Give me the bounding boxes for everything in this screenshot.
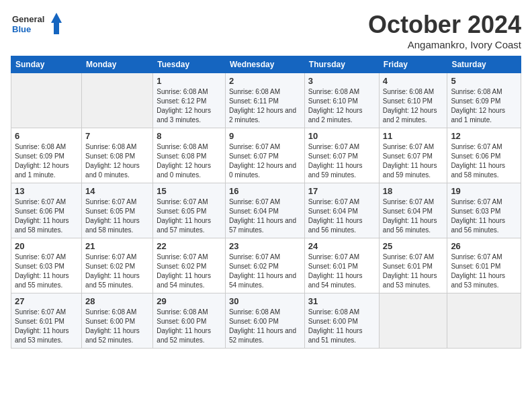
day-cell: 14Sunrise: 6:07 AM Sunset: 6:05 PM Dayli… [82,183,153,238]
day-info: Sunrise: 6:08 AM Sunset: 6:00 PM Dayligh… [229,308,301,345]
day-cell: 7Sunrise: 6:08 AM Sunset: 6:08 PM Daylig… [82,128,153,183]
day-number: 16 [229,186,301,196]
title-block: October 2024 Angamankro, Ivory Coast [368,11,521,50]
day-info: Sunrise: 6:07 AM Sunset: 6:06 PM Dayligh… [451,142,517,180]
day-cell: 28Sunrise: 6:08 AM Sunset: 6:00 PM Dayli… [82,293,153,349]
day-cell: 18Sunrise: 6:07 AM Sunset: 6:04 PM Dayli… [379,183,447,238]
day-cell: 3Sunrise: 6:08 AM Sunset: 6:10 PM Daylig… [304,73,379,128]
day-cell: 26Sunrise: 6:07 AM Sunset: 6:01 PM Dayli… [447,238,521,293]
day-cell: 16Sunrise: 6:07 AM Sunset: 6:04 PM Dayli… [225,183,304,238]
day-number: 7 [85,131,149,141]
day-number: 23 [229,241,301,251]
day-number: 4 [383,76,444,86]
logo-svg: General Blue [11,11,64,38]
day-number: 25 [383,241,444,251]
day-info: Sunrise: 6:07 AM Sunset: 6:01 PM Dayligh… [308,253,375,290]
day-info: Sunrise: 6:07 AM Sunset: 6:02 PM Dayligh… [229,253,301,290]
day-info: Sunrise: 6:07 AM Sunset: 6:02 PM Dayligh… [85,253,149,290]
day-cell: 15Sunrise: 6:07 AM Sunset: 6:05 PM Dayli… [153,183,226,238]
day-info: Sunrise: 6:07 AM Sunset: 6:01 PM Dayligh… [15,308,78,345]
col-header-sunday: Sunday [11,56,82,73]
day-info: Sunrise: 6:07 AM Sunset: 6:04 PM Dayligh… [229,197,301,235]
day-number: 17 [308,186,375,196]
day-cell: 4Sunrise: 6:08 AM Sunset: 6:10 PM Daylig… [379,73,447,128]
day-number: 12 [451,131,517,141]
day-cell: 27Sunrise: 6:07 AM Sunset: 6:01 PM Dayli… [11,293,82,349]
day-cell: 11Sunrise: 6:07 AM Sunset: 6:07 PM Dayli… [379,128,447,183]
day-number: 13 [15,186,78,196]
col-header-thursday: Thursday [304,56,379,73]
day-info: Sunrise: 6:08 AM Sunset: 6:00 PM Dayligh… [308,308,375,345]
day-cell: 25Sunrise: 6:07 AM Sunset: 6:01 PM Dayli… [379,238,447,293]
day-number: 24 [308,241,375,251]
day-number: 27 [15,296,78,306]
col-header-friday: Friday [379,56,447,73]
day-cell [11,73,82,128]
day-number: 21 [85,241,149,251]
day-number: 30 [229,296,301,306]
day-cell: 20Sunrise: 6:07 AM Sunset: 6:03 PM Dayli… [11,238,82,293]
day-number: 10 [308,131,375,141]
day-cell: 23Sunrise: 6:07 AM Sunset: 6:02 PM Dayli… [225,238,304,293]
day-cell: 2Sunrise: 6:08 AM Sunset: 6:11 PM Daylig… [225,73,304,128]
day-info: Sunrise: 6:08 AM Sunset: 6:09 PM Dayligh… [15,142,78,180]
day-cell: 31Sunrise: 6:08 AM Sunset: 6:00 PM Dayli… [304,293,379,349]
day-number: 8 [157,131,222,141]
day-cell: 13Sunrise: 6:07 AM Sunset: 6:06 PM Dayli… [11,183,82,238]
day-info: Sunrise: 6:07 AM Sunset: 6:06 PM Dayligh… [15,197,78,235]
logo: General Blue [11,11,64,38]
day-cell: 8Sunrise: 6:08 AM Sunset: 6:08 PM Daylig… [153,128,226,183]
week-row-5: 27Sunrise: 6:07 AM Sunset: 6:01 PM Dayli… [11,293,521,349]
day-cell: 9Sunrise: 6:07 AM Sunset: 6:07 PM Daylig… [225,128,304,183]
day-cell: 24Sunrise: 6:07 AM Sunset: 6:01 PM Dayli… [304,238,379,293]
day-cell: 19Sunrise: 6:07 AM Sunset: 6:03 PM Dayli… [447,183,521,238]
day-number: 6 [15,131,78,141]
day-cell: 6Sunrise: 6:08 AM Sunset: 6:09 PM Daylig… [11,128,82,183]
week-row-2: 6Sunrise: 6:08 AM Sunset: 6:09 PM Daylig… [11,128,521,183]
day-info: Sunrise: 6:08 AM Sunset: 6:00 PM Dayligh… [85,308,149,345]
day-cell: 21Sunrise: 6:07 AM Sunset: 6:02 PM Dayli… [82,238,153,293]
col-header-monday: Monday [82,56,153,73]
page-header: General Blue October 2024 Angamankro, Iv… [11,11,521,50]
day-cell: 5Sunrise: 6:08 AM Sunset: 6:09 PM Daylig… [447,73,521,128]
day-cell [82,73,153,128]
calendar-table: SundayMondayTuesdayWednesdayThursdayFrid… [11,56,521,349]
day-cell: 17Sunrise: 6:07 AM Sunset: 6:04 PM Dayli… [304,183,379,238]
day-number: 20 [15,241,78,251]
col-header-tuesday: Tuesday [153,56,226,73]
day-info: Sunrise: 6:08 AM Sunset: 6:10 PM Dayligh… [308,87,375,125]
day-info: Sunrise: 6:08 AM Sunset: 6:12 PM Dayligh… [157,87,222,125]
day-number: 18 [383,186,444,196]
day-info: Sunrise: 6:07 AM Sunset: 6:01 PM Dayligh… [383,253,444,290]
day-cell: 29Sunrise: 6:08 AM Sunset: 6:00 PM Dayli… [153,293,226,349]
day-number: 28 [85,296,149,306]
day-cell [379,293,447,349]
week-row-4: 20Sunrise: 6:07 AM Sunset: 6:03 PM Dayli… [11,238,521,293]
day-number: 26 [451,241,517,251]
svg-marker-2 [51,13,62,34]
day-cell: 30Sunrise: 6:08 AM Sunset: 6:00 PM Dayli… [225,293,304,349]
day-number: 11 [383,131,444,141]
day-number: 31 [308,296,375,306]
day-info: Sunrise: 6:07 AM Sunset: 6:03 PM Dayligh… [15,253,78,290]
day-info: Sunrise: 6:08 AM Sunset: 6:09 PM Dayligh… [451,87,517,125]
day-info: Sunrise: 6:07 AM Sunset: 6:01 PM Dayligh… [451,253,517,290]
day-number: 9 [229,131,301,141]
day-info: Sunrise: 6:07 AM Sunset: 6:04 PM Dayligh… [383,197,444,235]
day-info: Sunrise: 6:08 AM Sunset: 6:10 PM Dayligh… [383,87,444,125]
day-cell: 1Sunrise: 6:08 AM Sunset: 6:12 PM Daylig… [153,73,226,128]
day-number: 19 [451,186,517,196]
day-info: Sunrise: 6:08 AM Sunset: 6:08 PM Dayligh… [85,142,149,180]
day-number: 2 [229,76,301,86]
day-info: Sunrise: 6:07 AM Sunset: 6:02 PM Dayligh… [157,253,222,290]
week-row-1: 1Sunrise: 6:08 AM Sunset: 6:12 PM Daylig… [11,73,521,128]
col-header-wednesday: Wednesday [225,56,304,73]
location-subtitle: Angamankro, Ivory Coast [368,39,521,50]
day-number: 5 [451,76,517,86]
day-info: Sunrise: 6:07 AM Sunset: 6:03 PM Dayligh… [451,197,517,235]
day-number: 29 [157,296,222,306]
day-number: 15 [157,186,222,196]
day-cell: 22Sunrise: 6:07 AM Sunset: 6:02 PM Dayli… [153,238,226,293]
day-info: Sunrise: 6:08 AM Sunset: 6:08 PM Dayligh… [157,142,222,180]
day-info: Sunrise: 6:07 AM Sunset: 6:05 PM Dayligh… [85,197,149,235]
